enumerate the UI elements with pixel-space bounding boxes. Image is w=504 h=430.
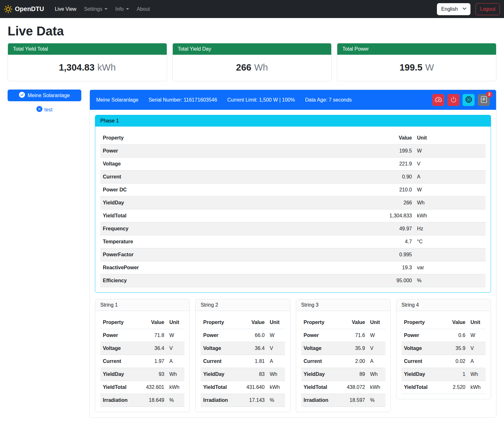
inverter-card: Meine Solaranlage Serial Number: 1161716… (90, 90, 496, 418)
table-header-row: Property Value Unit (401, 316, 486, 329)
inverter-card-header: Meine Solaranlage Serial Number: 1161716… (90, 90, 496, 110)
serial-number: Serial Number: 116171603546 (148, 97, 217, 103)
logout-button[interactable]: Logout (476, 3, 500, 15)
property-cell: YieldDay (301, 368, 339, 381)
value-cell: 1.97 (138, 355, 167, 368)
property-cell: Power DC (100, 184, 373, 196)
table-row: PowerFactor0.995 (100, 248, 486, 261)
unit-cell: kWh (368, 381, 385, 394)
table-row: YieldTotal431.640kWh (201, 381, 285, 394)
card-title: Total Yield Total (8, 43, 167, 55)
column-header-value: Value (239, 316, 267, 329)
table-header-row: Property Value Unit (201, 316, 285, 329)
card-title: Total Power (337, 43, 496, 55)
nav-item-live-view[interactable]: Live View (51, 4, 80, 15)
property-cell: YieldDay (401, 368, 439, 381)
property-cell: Voltage (100, 158, 373, 171)
column-header-property: Property (401, 316, 439, 329)
property-cell: Irradiation (301, 394, 339, 407)
caret-down-icon (104, 8, 108, 10)
value-cell: 93 (138, 368, 167, 381)
table-row: Power71.6W (301, 329, 385, 342)
x-circle-icon (36, 106, 42, 113)
string-3-card: String 3 Property Value Unit (296, 299, 391, 412)
unit-cell: var (414, 261, 486, 274)
value-cell: 432.601 (138, 381, 167, 394)
table-row: YieldTotal2.520kWh (401, 381, 486, 394)
unit-cell: V (414, 158, 486, 171)
phase-body: Property Value Unit Power199.5WVoltage22… (95, 127, 491, 292)
unit-cell (414, 248, 486, 261)
limit-settings-button[interactable] (432, 94, 444, 106)
card-unit: W (425, 62, 434, 73)
unit-cell: % (368, 394, 385, 407)
unit-cell: Wh (468, 368, 486, 381)
unit-cell: kWh (167, 381, 184, 394)
inverter-name: Meine Solaranlage (96, 97, 138, 103)
unit-cell: A (267, 355, 285, 368)
value-cell: 89 (339, 368, 368, 381)
strings-grid: String 1 Property Value Unit (95, 299, 491, 412)
value-cell: 18.649 (138, 394, 167, 407)
property-cell: YieldTotal (100, 381, 138, 394)
inverter-sidebar: Meine Solaranlage test (8, 90, 81, 113)
nav-item-label: Settings (84, 6, 102, 12)
event-count-badge: 2 (486, 91, 493, 97)
brand: OpenDTU (4, 5, 44, 13)
table-row: YieldTotal1,304.833kWh (100, 209, 486, 222)
column-header-unit: Unit (167, 316, 184, 329)
string-body: Property Value Unit Power71.8WVoltage36.… (95, 311, 190, 412)
property-cell: Frequency (100, 222, 373, 235)
column-header-property: Property (100, 132, 373, 145)
property-cell: Voltage (301, 342, 339, 355)
unit-cell: Wh (167, 368, 184, 381)
nav-item-about[interactable]: About (133, 4, 154, 15)
power-button[interactable] (447, 94, 459, 106)
table-header-row: Property Value Unit (301, 316, 385, 329)
column-header-value: Value (138, 316, 167, 329)
card-value: 266 (236, 62, 251, 73)
table-row: YieldDay89Wh (301, 368, 385, 381)
table-body: Power71.8WVoltage36.4VCurrent1.97AYieldD… (100, 329, 184, 407)
value-cell: 210.0 (373, 184, 414, 196)
inverter-item-test[interactable]: test (8, 106, 81, 113)
inverter-selected-button[interactable]: Meine Solaranlage (8, 90, 81, 101)
language-select[interactable]: English (437, 3, 470, 15)
property-cell: Efficiency (100, 274, 373, 287)
table-row: Current1.81A (201, 355, 285, 368)
unit-cell: V (468, 342, 486, 355)
top-navbar: OpenDTU Live View Settings Info About En… (0, 0, 504, 18)
gauge-icon (435, 96, 442, 104)
table-body: Power0.6WVoltage35.9VCurrent0.02AYieldDa… (401, 329, 486, 394)
property-cell: Current (301, 355, 339, 368)
table-row: YieldDay83Wh (201, 368, 285, 381)
nav-item-settings[interactable]: Settings (80, 4, 111, 15)
string-table: Property Value Unit Power71.6WVoltage35.… (301, 316, 385, 407)
total-yield-total-card: Total Yield Total 1,304.83 kWh (8, 43, 167, 81)
page-title: Live Data (8, 24, 496, 38)
value-cell: 0.6 (439, 329, 468, 342)
brand-label: OpenDTU (15, 5, 44, 13)
string-4-card: String 4 Property Value Unit (396, 299, 491, 399)
unit-cell: °C (414, 235, 486, 248)
card-unit: kWh (97, 62, 116, 73)
unit-cell: W (167, 329, 184, 342)
property-cell: Power (301, 329, 339, 342)
total-power-card: Total Power 199.5 W (337, 43, 496, 81)
unit-cell: Wh (368, 368, 385, 381)
table-row: Voltage36.4V (201, 342, 285, 355)
unit-cell: V (368, 342, 385, 355)
unit-cell: kWh (414, 209, 486, 222)
string-body: Property Value Unit Power0.6WVoltage35.9… (396, 311, 491, 399)
table-head: Property Value Unit (301, 316, 385, 329)
events-button[interactable]: 2 (478, 94, 490, 106)
nav-item-info[interactable]: Info (111, 4, 133, 15)
table-head: Property Value Unit (100, 132, 486, 145)
card-value: 199.5 (400, 62, 423, 73)
table-header-row: Property Value Unit (100, 316, 184, 329)
table-row: Irradiation17.143% (201, 394, 285, 407)
device-info-button[interactable] (463, 94, 475, 106)
unit-cell: W (414, 145, 486, 158)
table-row: YieldDay266Wh (100, 196, 486, 209)
card-unit: Wh (254, 62, 268, 73)
